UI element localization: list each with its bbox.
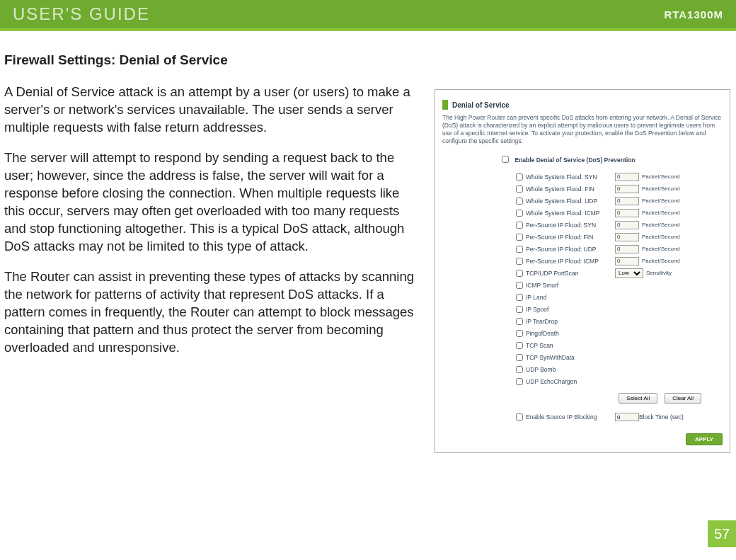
page-content: Firewall Settings: Denial of Service A D… xyxy=(0,31,736,453)
rate-label: Whole System Flood: UDP xyxy=(526,198,597,205)
select-clear-row: Select All Clear All xyxy=(442,393,701,404)
source-ip-block-checkbox[interactable] xyxy=(516,413,523,421)
bool-label: IP Land xyxy=(526,294,546,301)
bool-label: ICMP Smurf xyxy=(526,282,558,289)
rate-option-row: Whole System Flood: ICMPPacket/Second xyxy=(516,207,723,219)
block-time-input[interactable] xyxy=(615,413,639,421)
rate-unit: Packet/Second xyxy=(642,198,680,204)
bool-option-row: IP TearDrop xyxy=(516,315,723,327)
rate-checkbox[interactable] xyxy=(516,185,523,193)
rate-label: Per-Source IP Flood: UDP xyxy=(526,246,597,253)
rate-label: Whole System Flood: ICMP xyxy=(526,210,599,217)
rate-input[interactable] xyxy=(615,257,639,265)
bool-checkbox[interactable] xyxy=(516,330,523,337)
block-row: Enable Source IP Blocking Block Time (se… xyxy=(516,411,723,423)
text-column: Firewall Settings: Denial of Service A D… xyxy=(4,52,422,453)
dos-panel: Denial of Service The High Power Router … xyxy=(435,89,730,453)
apply-row: APPLY xyxy=(442,433,723,445)
rate-label: Per-Source IP Flood: ICMP xyxy=(526,258,599,265)
apply-button[interactable]: APPLY xyxy=(686,433,723,445)
portscan-label: TCP/UDP PortScan xyxy=(526,270,578,277)
header-bar: USER'S GUIDE RTA1300M xyxy=(0,0,736,31)
bool-label: UDP Bomb xyxy=(526,366,556,373)
bool-label: IP TearDrop xyxy=(526,318,558,325)
select-all-button[interactable]: Select All xyxy=(619,393,657,404)
bool-checkbox[interactable] xyxy=(516,294,523,301)
page-number: 57 xyxy=(708,520,736,547)
rate-input[interactable] xyxy=(615,209,639,217)
rate-unit: Packet/Second xyxy=(642,185,680,192)
rate-checkbox[interactable] xyxy=(516,222,523,229)
enable-dos-checkbox[interactable] xyxy=(502,156,509,163)
rate-unit: Packet/Second xyxy=(642,246,680,252)
bool-option-row: UDP Bomb xyxy=(516,363,723,375)
enable-dos-row: Enable Denial of Service (DoS) Preventio… xyxy=(502,152,723,165)
bool-option-row: ICMP Smurf xyxy=(516,279,723,291)
rate-label: Whole System Flood: FIN xyxy=(526,185,594,193)
rate-option-row: Whole System Flood: UDPPacket/Second xyxy=(516,195,723,207)
bool-checkbox[interactable] xyxy=(516,354,523,361)
bool-option-row: PingofDeath xyxy=(516,327,723,339)
rate-input[interactable] xyxy=(615,233,639,241)
rate-checkbox[interactable] xyxy=(516,234,523,241)
rate-unit: Packet/Second xyxy=(642,210,680,216)
bool-label: UDP EchoChargen xyxy=(526,378,577,385)
rate-checkbox[interactable] xyxy=(516,198,523,205)
rate-label: Per-Source IP Flood: FIN xyxy=(526,234,593,241)
panel-title: Denial of Service xyxy=(452,101,510,109)
rate-checkbox[interactable] xyxy=(516,210,523,217)
clear-all-button[interactable]: Clear All xyxy=(665,393,701,404)
portscan-checkbox[interactable] xyxy=(516,270,523,277)
rate-input[interactable] xyxy=(615,245,639,253)
section-title: Firewall Settings: Denial of Service xyxy=(4,52,422,68)
rate-unit: Packet/Second xyxy=(642,222,680,228)
rate-option-row: Whole System Flood: FINPacket/Second xyxy=(516,183,723,195)
rate-checkbox[interactable] xyxy=(516,246,523,253)
model-number: RTA1300M xyxy=(664,8,723,21)
rate-options: Whole System Flood: SYNPacket/SecondWhol… xyxy=(516,171,723,267)
bool-label: PingofDeath xyxy=(526,330,559,337)
portscan-row: TCP/UDP PortScan Low Sensitivity xyxy=(516,267,723,279)
rate-input[interactable] xyxy=(615,197,639,205)
bool-label: IP Spoof xyxy=(526,306,548,313)
bool-checkbox[interactable] xyxy=(516,366,523,373)
portscan-select[interactable]: Low xyxy=(615,268,643,278)
rate-input[interactable] xyxy=(615,221,639,229)
bool-checkbox[interactable] xyxy=(516,306,523,313)
rate-option-row: Per-Source IP Flood: ICMPPacket/Second xyxy=(516,255,723,267)
rate-option-row: Per-Source IP Flood: UDPPacket/Second xyxy=(516,243,723,255)
guide-title: USER'S GUIDE xyxy=(13,4,150,24)
rate-option-row: Per-Source IP Flood: FINPacket/Second xyxy=(516,231,723,243)
bool-option-row: IP Land xyxy=(516,291,723,303)
rate-unit: Packet/Second xyxy=(642,173,680,180)
paragraph: The server will attempt to respond by se… xyxy=(4,149,422,256)
bool-options: ICMP SmurfIP LandIP SpoofIP TearDropPing… xyxy=(516,279,723,387)
rate-checkbox[interactable] xyxy=(516,258,523,265)
rate-unit: Packet/Second xyxy=(642,234,680,240)
panel-description: The High Power Router can prevent specif… xyxy=(442,114,723,145)
paragraph: The Router can assist in preventing thes… xyxy=(4,268,422,357)
rate-option-row: Per-Source IP Flood: SYNPacket/Second xyxy=(516,219,723,231)
rate-checkbox[interactable] xyxy=(516,173,523,181)
bool-checkbox[interactable] xyxy=(516,342,523,349)
rate-unit: Packet/Second xyxy=(642,258,680,264)
enable-dos-label: Enable Denial of Service (DoS) Preventio… xyxy=(514,156,635,164)
portscan-unit: Sensitivity xyxy=(646,270,672,276)
block-time-unit: Block Time (sec) xyxy=(639,413,684,421)
bool-option-row: TCP Scan xyxy=(516,339,723,351)
source-ip-block-label: Enable Source IP Blocking xyxy=(526,413,597,421)
bool-checkbox[interactable] xyxy=(516,378,523,385)
rate-input[interactable] xyxy=(615,173,639,181)
bool-label: TCP SynWithData xyxy=(526,354,575,361)
portscan-row-wrap: TCP/UDP PortScan Low Sensitivity xyxy=(516,267,723,279)
rate-label: Whole System Flood: SYN xyxy=(526,173,597,181)
bool-option-row: TCP SynWithData xyxy=(516,351,723,363)
bool-checkbox[interactable] xyxy=(516,318,523,325)
bool-checkbox[interactable] xyxy=(516,282,523,289)
bool-label: TCP Scan xyxy=(526,342,553,349)
paragraph: A Denial of Service attack is an attempt… xyxy=(4,84,422,137)
title-accent-icon xyxy=(442,100,448,110)
screenshot-column: Denial of Service The High Power Router … xyxy=(435,52,732,453)
panel-title-row: Denial of Service xyxy=(442,100,723,110)
rate-input[interactable] xyxy=(615,185,639,193)
